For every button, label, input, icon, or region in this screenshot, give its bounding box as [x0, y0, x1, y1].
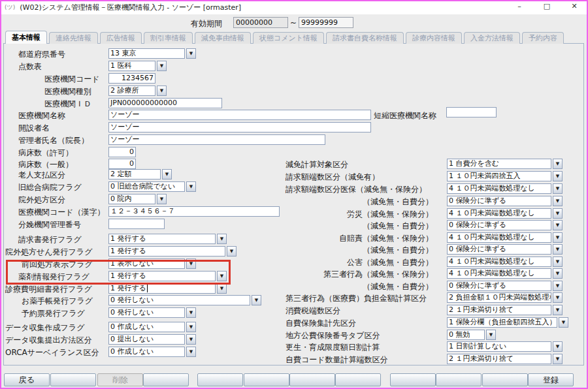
dropdown-arrow-icon[interactable]: ▼ [553, 208, 563, 219]
field-input[interactable]: 1 日割計算しない [447, 341, 551, 352]
short-name-input[interactable] [446, 107, 497, 117]
field-input[interactable]: 2 １円未満切り捨て [447, 354, 551, 364]
dropdown-arrow-icon[interactable]: ▼ [217, 271, 227, 281]
dropdown-arrow-icon[interactable]: ▼ [186, 307, 196, 318]
function-button-7[interactable] [289, 373, 335, 386]
field-input[interactable]: 2 １円未満切り捨て [447, 305, 551, 315]
function-button-4[interactable] [143, 373, 189, 386]
field-input[interactable]: 2 診療所 [108, 86, 155, 96]
dropdown-arrow-icon[interactable]: ▼ [553, 257, 563, 267]
dropdown-arrow-icon[interactable]: ▼ [252, 295, 261, 305]
tab-2[interactable]: 連絡先情報 [49, 32, 98, 44]
field-input[interactable]: 1 保険分欄（負担金額四捨五入） [447, 317, 557, 328]
tab-7[interactable]: 請求書自費名称情報 [326, 32, 404, 44]
tab-4[interactable]: 割引率情報 [144, 32, 193, 44]
field-input[interactable]: 4 １０円未満端数処理なし [447, 208, 551, 219]
field-input[interactable]: 0 作成しない [108, 322, 185, 332]
field-input[interactable]: 1 発行する [108, 246, 225, 257]
dropdown-arrow-icon[interactable]: ▼ [157, 86, 167, 96]
minimize-button[interactable]: – [506, 0, 533, 14]
field-input[interactable]: 1 １０円未満四捨五入 [447, 171, 551, 181]
tab-6[interactable]: 状態コメント情報 [253, 32, 324, 44]
function-button-5[interactable] [197, 373, 243, 386]
close-button[interactable]: ✕ [561, 0, 588, 14]
function-button-6[interactable] [244, 373, 289, 386]
dropdown-arrow-icon[interactable]: ▼ [553, 232, 563, 243]
field-input[interactable]: 13 東京 [108, 48, 185, 59]
field-input[interactable]: 0 作成しない [108, 347, 185, 357]
field-input[interactable]: ソーゾー [108, 122, 371, 132]
register-button[interactable]: 登録 [528, 373, 574, 386]
tab-1[interactable]: 基本情報 [5, 31, 47, 44]
dropdown-arrow-icon[interactable]: ▼ [553, 159, 563, 169]
tab-8[interactable]: 診療内容情報 [406, 32, 462, 44]
field-input[interactable]: 2 定額 [108, 169, 161, 179]
dropdown-arrow-icon[interactable]: ▼ [486, 330, 496, 340]
field-input[interactable]: JPN000000000000 [108, 98, 222, 108]
dropdown-arrow-icon[interactable]: ▼ [553, 171, 563, 181]
dropdown-arrow-icon[interactable]: ▼ [157, 194, 167, 204]
dropdown-arrow-icon[interactable]: ▼ [186, 181, 196, 192]
field-input[interactable]: ソーゾー [108, 110, 371, 120]
dropdown-arrow-icon[interactable]: ▼ [157, 61, 167, 71]
dropdown-arrow-icon[interactable]: ▼ [553, 305, 563, 315]
dropdown-arrow-icon[interactable]: ▼ [553, 281, 563, 291]
tab-9[interactable]: 入金方法情報 [464, 32, 520, 44]
field-input[interactable]: 0 提出しない [108, 334, 185, 345]
field-input[interactable]: 4 １０円未満端数処理なし [447, 257, 551, 267]
dropdown-arrow-icon[interactable]: ▼ [217, 283, 227, 294]
field-input[interactable]: 1 自費分を含む [447, 159, 551, 169]
dropdown-arrow-icon[interactable]: ▼ [227, 246, 237, 257]
field-input[interactable]: 1 発行する [108, 271, 216, 281]
function-button-8[interactable] [335, 373, 381, 386]
valid-from-input[interactable]: 00000000 [233, 17, 288, 28]
field-input[interactable]: 0 発行しない [108, 295, 250, 305]
field-input[interactable]: 2 負担金額１０円未満端数処理なし [447, 292, 551, 303]
valid-to-input[interactable]: 99999999 [299, 17, 353, 28]
field-input[interactable]: 0 保険分に準ずる [447, 281, 551, 291]
dropdown-arrow-icon[interactable]: ▼ [553, 292, 563, 303]
tab-10[interactable]: 予約内容 [522, 32, 564, 44]
function-button-2[interactable] [50, 373, 96, 386]
field-input[interactable]: 4 １０円未満端数処理なし [447, 183, 551, 194]
field-input[interactable]: 0 旧総合病院でない [108, 181, 185, 192]
dropdown-arrow-icon[interactable]: ▼ [217, 234, 227, 244]
dropdown-arrow-icon[interactable]: ▼ [553, 354, 563, 364]
field-input[interactable]: 1 発行する [108, 234, 216, 244]
dropdown-arrow-icon[interactable]: ▼ [186, 258, 196, 269]
dropdown-arrow-icon[interactable]: ▼ [553, 244, 563, 255]
dropdown-arrow-icon[interactable]: ▼ [162, 169, 172, 179]
field-input[interactable]: 0 [108, 147, 136, 157]
dropdown-arrow-icon[interactable]: ▼ [186, 347, 196, 357]
dropdown-arrow-icon[interactable]: ▼ [186, 334, 196, 345]
maximize-button[interactable]: □ [533, 0, 561, 14]
field-input[interactable]: 1 発行する [108, 283, 216, 294]
tab-3[interactable]: 広告情報 [100, 32, 142, 44]
function-button-11[interactable] [482, 373, 528, 386]
field-input[interactable]: 0 無効 [447, 330, 485, 340]
field-input[interactable]: 1 医科 [108, 61, 155, 71]
field-input[interactable]: 4 １０円未満端数処理なし [447, 232, 551, 243]
function-button-9[interactable] [390, 373, 436, 386]
dropdown-arrow-icon[interactable]: ▼ [559, 317, 568, 328]
tab-5[interactable]: 減免事由情報 [195, 32, 251, 44]
dropdown-arrow-icon[interactable]: ▼ [553, 196, 563, 206]
dropdown-arrow-icon[interactable]: ▼ [186, 48, 196, 59]
field-input[interactable]: １２－３４５６－７ [108, 206, 280, 217]
dropdown-arrow-icon[interactable]: ▼ [553, 341, 563, 352]
field-input[interactable]: ソーゾー [108, 134, 325, 145]
field-input[interactable]: 1234567 [108, 73, 155, 84]
field-input[interactable]: 0 保険分に準ずる [447, 196, 551, 206]
field-input[interactable]: 1 表示しない [108, 258, 185, 269]
back-button[interactable]: 戻る [4, 373, 50, 386]
field-input[interactable] [108, 219, 165, 229]
field-input[interactable]: 0 保険分に準ずる [447, 220, 551, 230]
function-button-10[interactable] [436, 373, 482, 386]
field-input[interactable]: 0 発行しない [108, 307, 185, 318]
dropdown-arrow-icon[interactable]: ▼ [553, 220, 563, 230]
dropdown-arrow-icon[interactable]: ▼ [553, 268, 563, 279]
field-input[interactable]: 4 １０円未満端数処理なし [447, 268, 551, 279]
field-input[interactable]: 0 [108, 159, 136, 169]
dropdown-arrow-icon[interactable]: ▼ [186, 322, 196, 332]
field-input[interactable]: 0 保険分に準ずる [447, 244, 551, 255]
